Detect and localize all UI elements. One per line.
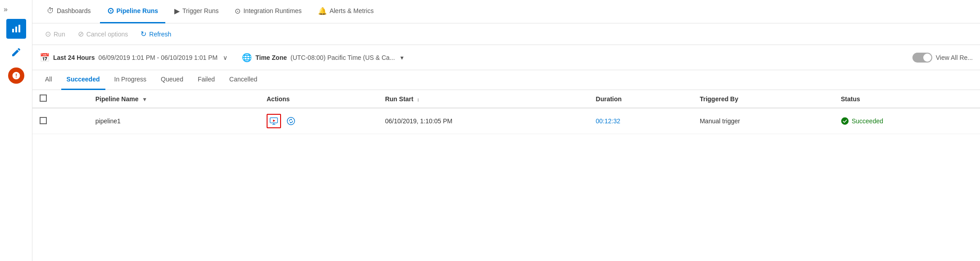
duration-value: 00:12:32 — [596, 117, 621, 125]
tab-integration-runtimes[interactable]: ⊙ Integration Runtimes — [227, 0, 309, 23]
refresh-icon: ↻ — [141, 30, 146, 38]
time-filter-label: Last 24 Hours — [53, 54, 95, 61]
status-value: Succeeded — [841, 117, 973, 125]
pipeline-name-cell: pipeline1 — [88, 108, 259, 134]
run-icon: ⊙ — [45, 30, 51, 38]
status-tab-cancelled[interactable]: Cancelled — [224, 70, 263, 90]
main-content: ⏱ Dashboards ⊙ Pipeline Runs ▶ Trigger R… — [32, 0, 980, 261]
action-icons-group — [267, 114, 371, 128]
col-checkbox-header — [32, 90, 88, 108]
timezone-value: (UTC-08:00) Pacific Time (US & Ca... — [290, 54, 395, 61]
pipeline-runs-icon: ⊙ — [107, 6, 114, 16]
col-pipeline-name-header: Pipeline Name ▼ — [88, 90, 259, 108]
sidebar-icon-chart[interactable] — [6, 19, 26, 39]
triggered-by-cell: Manual trigger — [693, 108, 834, 134]
status-tab-all[interactable]: All — [40, 70, 58, 90]
svg-rect-0 — [12, 29, 14, 32]
status-tab-in-progress-label: In Progress — [114, 76, 147, 83]
sidebar-icon-pencil[interactable] — [6, 42, 26, 62]
run-start-sort-icon[interactable]: ↕ — [417, 97, 420, 102]
status-tab-succeeded[interactable]: Succeeded — [61, 70, 105, 90]
rerun-icon — [286, 116, 296, 126]
tab-pipeline-runs-label: Pipeline Runs — [117, 7, 159, 14]
row-checkbox[interactable] — [40, 117, 47, 124]
pipeline-name-value: pipeline1 — [95, 117, 121, 125]
duration-cell: 00:12:32 — [589, 108, 693, 134]
tab-trigger-runs[interactable]: ▶ Trigger Runs — [167, 0, 226, 23]
run-label: Run — [54, 31, 65, 38]
dashboards-icon: ⏱ — [47, 7, 54, 15]
svg-marker-8 — [291, 119, 292, 121]
col-triggered-by-header: Triggered By — [693, 90, 834, 108]
triggered-by-value: Manual trigger — [700, 117, 740, 125]
sidebar-collapse-btn[interactable]: » — [0, 4, 11, 15]
col-actions-header: Actions — [259, 90, 378, 108]
tab-dashboards-label: Dashboards — [57, 7, 91, 14]
alert-circle-icon — [12, 71, 21, 80]
status-tab-queued-label: Queued — [161, 76, 183, 83]
actions-cell — [259, 108, 378, 134]
view-all-toggle-container: View All Re... — [912, 53, 973, 63]
sidebar-icon-alert[interactable] — [6, 66, 26, 86]
cancel-label: Cancel options — [86, 31, 128, 38]
pipeline-action-run-icon[interactable] — [267, 114, 281, 128]
toolbar: ⊙ Run ⊘ Cancel options ↻ Refresh — [32, 23, 980, 45]
timezone-filter[interactable]: 🌐 Time Zone (UTC-08:00) Pacific Time (US… — [242, 53, 404, 63]
status-tab-failed-label: Failed — [198, 76, 215, 83]
col-triggered-by-label: Triggered By — [700, 95, 739, 103]
col-status-label: Status — [841, 95, 860, 103]
pencil-icon — [11, 47, 22, 58]
filter-bar: 📅 Last 24 Hours 06/09/2019 1:01 PM - 06/… — [32, 45, 980, 70]
svg-marker-4 — [273, 120, 275, 122]
pipeline-action-rerun-icon[interactable] — [284, 114, 298, 128]
tab-dashboards[interactable]: ⏱ Dashboards — [40, 0, 98, 23]
run-start-value: 06/10/2019, 1:10:05 PM — [385, 117, 452, 125]
monitor-play-icon — [269, 117, 278, 126]
col-duration-label: Duration — [596, 95, 622, 103]
pipeline-runs-table: Pipeline Name ▼ Actions Run Start ↕ Dura… — [32, 90, 980, 134]
cancel-options-button[interactable]: ⊘ Cancel options — [73, 27, 134, 41]
status-tab-cancelled-label: Cancelled — [229, 76, 257, 83]
tab-pipeline-runs[interactable]: ⊙ Pipeline Runs — [100, 0, 166, 23]
tab-alerts-metrics-label: Alerts & Metrics — [330, 7, 374, 14]
svg-marker-9 — [290, 122, 291, 124]
timezone-label: Time Zone — [255, 54, 287, 61]
col-pipeline-name-label: Pipeline Name — [95, 95, 139, 103]
run-button[interactable]: ⊙ Run — [40, 27, 71, 41]
toggle-knob — [923, 54, 931, 62]
view-all-toggle[interactable] — [912, 53, 932, 63]
status-tab-succeeded-label: Succeeded — [67, 76, 100, 83]
status-tabs: All Succeeded In Progress Queued Failed … — [32, 70, 980, 90]
integration-runtimes-icon: ⊙ — [235, 7, 240, 15]
time-filter-chevron: ∨ — [223, 54, 227, 61]
cancel-icon: ⊘ — [78, 30, 84, 38]
select-all-checkbox[interactable] — [40, 94, 47, 102]
col-duration-header: Duration — [589, 90, 693, 108]
refresh-button[interactable]: ↻ Refresh — [135, 27, 177, 41]
refresh-label: Refresh — [149, 31, 171, 38]
view-all-label: View All Re... — [936, 54, 973, 61]
svg-point-7 — [287, 117, 295, 125]
timezone-dropdown-arrow: ▾ — [400, 54, 404, 61]
trigger-runs-icon: ▶ — [174, 7, 180, 15]
status-tab-queued[interactable]: Queued — [155, 70, 189, 90]
col-run-start-header[interactable]: Run Start ↕ — [378, 90, 589, 108]
tab-integration-runtimes-label: Integration Runtimes — [243, 7, 301, 14]
status-tab-failed[interactable]: Failed — [192, 70, 220, 90]
top-nav-tabs: ⏱ Dashboards ⊙ Pipeline Runs ▶ Trigger R… — [32, 0, 980, 23]
status-cell: Succeeded — [834, 108, 980, 134]
tab-alerts-metrics[interactable]: 🔔 Alerts & Metrics — [311, 0, 381, 23]
time-filter[interactable]: 📅 Last 24 Hours 06/09/2019 1:01 PM - 06/… — [40, 53, 227, 63]
calendar-icon: 📅 — [40, 53, 50, 63]
col-actions-label: Actions — [267, 95, 290, 103]
status-tab-all-label: All — [45, 76, 52, 83]
status-text: Succeeded — [852, 117, 883, 125]
pipeline-runs-table-area: Pipeline Name ▼ Actions Run Start ↕ Dura… — [32, 90, 980, 261]
chart-icon — [11, 23, 22, 34]
col-status-header: Status — [834, 90, 980, 108]
run-start-cell: 06/10/2019, 1:10:05 PM — [378, 108, 589, 134]
status-tab-in-progress[interactable]: In Progress — [109, 70, 152, 90]
pipeline-name-filter-icon[interactable]: ▼ — [142, 96, 147, 103]
svg-rect-2 — [18, 25, 20, 32]
svg-point-10 — [841, 117, 849, 125]
